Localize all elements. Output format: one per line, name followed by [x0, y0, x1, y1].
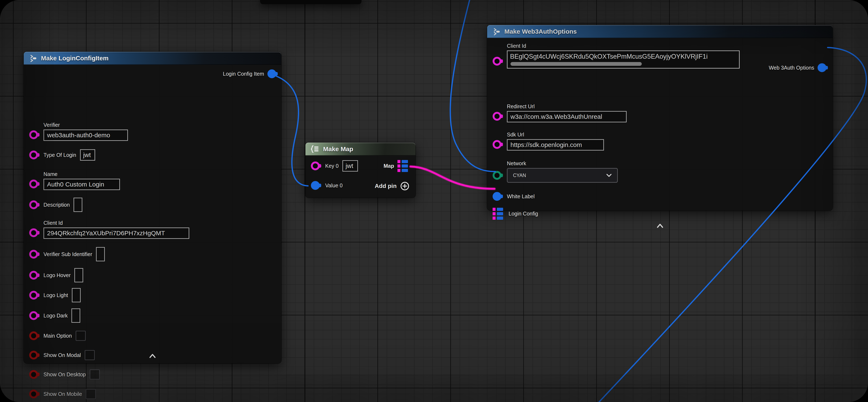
sdk-url-pin[interactable]	[493, 140, 501, 149]
add-pin-button[interactable]: Add pin	[375, 181, 410, 191]
logo-hover-input[interactable]	[74, 268, 83, 282]
chevron-up-icon	[657, 224, 662, 227]
row-network: Network CYAN	[487, 161, 618, 183]
map-output-pin[interactable]	[398, 160, 408, 172]
node-title: Make LoginConfigItem	[41, 55, 108, 62]
login-config-item-output-pin[interactable]	[268, 69, 276, 78]
verifier-pin[interactable]	[29, 131, 38, 139]
sdk-url-input[interactable]: https://sdk.openlogin.com	[507, 139, 604, 150]
key0-input[interactable]: jwt	[342, 160, 358, 172]
verifier-sub-identifier-input[interactable]	[96, 247, 105, 261]
show-on-desktop-checkbox[interactable]	[90, 369, 100, 379]
row-name: Name Auth0 Custom Login	[24, 171, 120, 190]
row-value0: Value 0	[305, 181, 343, 190]
type-of-login-input[interactable]: jwt	[80, 149, 95, 161]
node-header-make-web3authoptions[interactable]: Make Web3AuthOptions	[487, 25, 833, 38]
description-input[interactable]	[73, 198, 82, 212]
chevron-down-icon	[606, 174, 612, 177]
client-id-input[interactable]: 294QRkchfq2YaXUbPri7D6PH7xzHgQMT	[43, 228, 189, 239]
node-make-web3authoptions[interactable]: Make Web3AuthOptions Web 3Auth Options C…	[487, 25, 833, 210]
value0-pin[interactable]	[311, 181, 320, 190]
logo-light-pin[interactable]	[29, 291, 38, 299]
key0-pin[interactable]	[311, 162, 320, 170]
client-id-pin[interactable]	[29, 228, 38, 237]
make-struct-icon	[29, 54, 38, 62]
row-redirect-url: Redirect Url w3a://com.w3a.Web3AuthUnrea…	[487, 104, 627, 122]
show-on-desktop-pin[interactable]	[29, 370, 38, 379]
logo-light-input[interactable]	[72, 288, 81, 302]
wire-map-to-login-config[interactable]	[410, 167, 495, 189]
description-pin[interactable]	[29, 200, 38, 209]
chevron-up-icon	[150, 354, 155, 357]
row-white-label: White Label	[487, 192, 535, 201]
show-on-modal-checkbox[interactable]	[85, 350, 95, 360]
node-title: Make Map	[323, 145, 353, 153]
row-logo-light: Logo Light	[24, 288, 81, 302]
collapse-node-button[interactable]	[149, 354, 156, 359]
type-of-login-pin[interactable]	[29, 150, 38, 160]
main-option-pin[interactable]	[29, 332, 38, 340]
node-make-map[interactable]: Make Map Key 0 jwt Map Value 0 Add pin	[305, 143, 415, 198]
row-logo-dark: Logo Dark	[24, 309, 80, 323]
row-show-on-modal: Show On Modal	[24, 350, 95, 360]
make-struct-icon	[493, 27, 501, 36]
row-main-option: Main Option	[24, 331, 86, 341]
logo-hover-pin[interactable]	[29, 271, 38, 280]
output-login-config-item[interactable]: Login Config Item	[223, 69, 278, 78]
row-key0: Key 0 jwt	[305, 160, 358, 172]
node-header-make-map[interactable]: Make Map	[305, 143, 415, 155]
show-on-mobile-pin[interactable]	[29, 390, 38, 398]
w3a-client-id-pin[interactable]	[493, 57, 501, 66]
output-map[interactable]: Map	[383, 160, 410, 172]
blueprint-graph-canvas[interactable]: Make LoginConfigItem Login Config Item V…	[0, 0, 868, 402]
show-on-mobile-checkbox[interactable]	[86, 389, 96, 399]
output-web3auth-options[interactable]: Web 3Auth Options	[769, 63, 828, 72]
verifier-input[interactable]: web3auth-auth0-demo	[43, 130, 128, 141]
row-verifier: Verifier web3auth-auth0-demo	[24, 122, 128, 141]
w3a-client-id-input[interactable]: BEglQSgt4cUWcj6SKRdu5QkOXTsePmMcusG5EAoy…	[507, 51, 740, 68]
logo-dark-pin[interactable]	[29, 311, 38, 320]
show-on-modal-pin[interactable]	[29, 351, 38, 360]
row-sdk-url: Sdk Url https://sdk.openlogin.com	[487, 132, 604, 150]
horizontal-scrollbar[interactable]	[510, 62, 642, 66]
make-container-icon	[311, 145, 320, 153]
redirect-url-pin[interactable]	[493, 112, 501, 121]
collapse-node-button[interactable]	[657, 224, 663, 229]
offscreen-node-bottom-edge	[260, 0, 362, 4]
redirect-url-input[interactable]: w3a://com.w3a.Web3AuthUnreal	[507, 111, 627, 122]
node-make-loginconfigitem[interactable]: Make LoginConfigItem Login Config Item V…	[24, 52, 281, 363]
row-show-on-mobile: Show On Mobile	[24, 389, 96, 399]
row-logo-hover: Logo Hover	[24, 268, 83, 282]
name-input[interactable]: Auth0 Custom Login	[43, 179, 120, 190]
add-pin-icon	[400, 181, 410, 191]
verifier-sub-identifier-pin[interactable]	[29, 250, 38, 259]
login-config-pin[interactable]	[493, 208, 503, 220]
row-login-config: Login Config	[487, 208, 538, 220]
network-dropdown[interactable]: CYAN	[507, 168, 618, 183]
row-client-id: Client Id 294QRkchfq2YaXUbPri7D6PH7xzHgQ…	[24, 220, 189, 239]
row-type-of-login: Type Of Login jwt	[24, 149, 95, 161]
node-title: Make Web3AuthOptions	[504, 28, 577, 35]
row-verifier-sub-identifier: Verifier Sub Identifier	[24, 247, 105, 261]
white-label-pin[interactable]	[493, 192, 501, 201]
row-description: Description	[24, 198, 82, 212]
row-show-on-desktop: Show On Desktop	[24, 369, 100, 379]
wire-map-to-login-config-glow	[410, 167, 495, 189]
name-pin[interactable]	[29, 179, 38, 189]
main-option-checkbox[interactable]	[75, 331, 86, 341]
network-pin[interactable]	[493, 171, 501, 180]
web3auth-options-output-pin[interactable]	[817, 63, 827, 72]
logo-dark-input[interactable]	[71, 309, 80, 323]
node-header-make-loginconfigitem[interactable]: Make LoginConfigItem	[24, 52, 281, 65]
row-w3a-client-id: Client Id BEglQSgt4cUWcj6SKRdu5QkOXTsePm…	[487, 43, 740, 68]
